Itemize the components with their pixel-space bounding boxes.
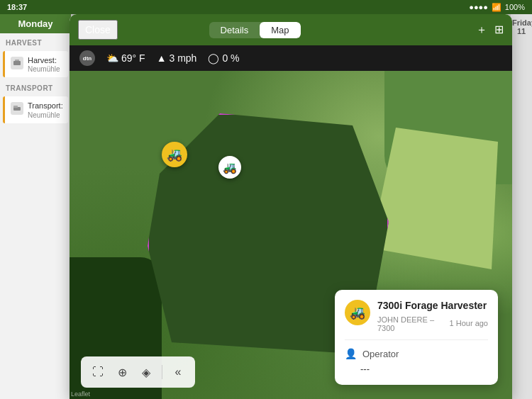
map-controls: ⛶ ⊕ ◈ «: [81, 356, 195, 388]
popup-header: 🚜 7300i Forage Harvester JOHN DEERE – 73…: [345, 300, 488, 332]
tractor-marker-white[interactable]: 🚜: [218, 156, 241, 179]
transport-item-text: Transport: Neumühle: [28, 101, 63, 118]
tab-map[interactable]: Map: [260, 22, 300, 38]
temp-value: 69° F: [121, 52, 145, 64]
weather-rain: ◯ 0 %: [208, 52, 239, 64]
popup-tractor-icon: 🚜: [345, 300, 370, 325]
popup-time-ago: 1 Hour ago: [450, 319, 488, 327]
modal-header: Close Details Map ＋ ⊞: [70, 14, 512, 45]
transport-subtitle: Neumühle: [28, 111, 63, 119]
sidebar-item-transport[interactable]: Transport: Neumühle: [3, 96, 68, 123]
tab-details[interactable]: Details: [209, 22, 260, 38]
signal-icon: ●●●●: [469, 3, 488, 11]
location-button[interactable]: ◈: [135, 361, 157, 383]
map-attribution: Leaflet: [71, 390, 90, 398]
popup-card: 🚜 7300i Forage Harvester JOHN DEERE – 73…: [335, 290, 498, 385]
harvest-title: Harvest:: [28, 55, 60, 65]
grid-icon[interactable]: ⊞: [494, 23, 504, 38]
harvest-icon: [11, 57, 23, 69]
status-time: 18:37: [7, 3, 27, 11]
svg-rect-3: [13, 106, 18, 108]
operator-value: ---: [360, 364, 370, 374]
tractor-marker-yellow[interactable]: 🚜: [162, 142, 187, 167]
wind-arrow-icon: ▲: [157, 52, 167, 64]
wifi-icon: 📶: [492, 3, 501, 12]
weather-temp: ⛅ 69° F: [106, 52, 145, 64]
svg-rect-1: [15, 60, 19, 61]
transport-icon: [11, 102, 23, 115]
transport-title: Transport:: [28, 101, 63, 111]
status-bar: 18:37 ●●●● 📶 100%: [0, 0, 532, 14]
controls-divider: [162, 365, 162, 379]
crosshair-button[interactable]: ⊕: [111, 361, 133, 383]
weather-wind: ▲ 3 mph: [157, 52, 197, 64]
expand-button[interactable]: ⛶: [87, 361, 109, 383]
harvest-item-text: Harvest: Neumühle: [28, 55, 60, 73]
modal: Close Details Map ＋ ⊞ dtn ⛅ 69° F ▲ 3 mp…: [70, 14, 512, 399]
friday-label: Friday11: [511, 14, 532, 40]
popup-brand: JOHN DEERE – 7300: [377, 315, 445, 332]
harvest-subtitle: Neumühle: [28, 65, 60, 73]
wind-value: 3 mph: [169, 52, 196, 64]
weather-icon: ⛅: [106, 52, 118, 64]
plus-icon[interactable]: ＋: [476, 23, 487, 38]
tab-group: Details Map: [209, 22, 301, 38]
rain-icon: ◯: [208, 52, 219, 64]
popup-value-row: ---: [345, 361, 488, 376]
status-right: ●●●● 📶 100%: [469, 3, 525, 12]
popup-title-group: 7300i Forage Harvester JOHN DEERE – 7300…: [377, 300, 488, 332]
svg-rect-0: [13, 61, 21, 65]
rain-value: 0 %: [222, 52, 239, 64]
weather-bar: dtn ⛅ 69° F ▲ 3 mph ◯ 0 %: [70, 45, 512, 71]
popup-operator-row: 👤 Operator: [345, 346, 488, 361]
transport-section-label: TRANSPORT: [0, 79, 71, 95]
sidebar-day-header: Monday: [0, 14, 71, 33]
dtn-badge: dtn: [79, 50, 95, 66]
right-column: Friday11: [511, 14, 532, 399]
rewind-button[interactable]: «: [167, 361, 189, 383]
person-icon: 👤: [345, 348, 357, 359]
dtn-badge-container: dtn: [79, 50, 95, 66]
harvest-section-label: HARVEST: [0, 33, 71, 50]
battery-icon: 100%: [505, 3, 525, 11]
popup-divider: [345, 339, 488, 340]
sidebar-item-harvest[interactable]: Harvest: Neumühle: [3, 51, 68, 77]
operator-label: Operator: [362, 349, 399, 359]
popup-machine-name: 7300i Forage Harvester: [377, 300, 488, 312]
close-button[interactable]: Close: [78, 20, 118, 40]
sidebar: Monday HARVEST Harvest: Neumühle TRANSPO…: [0, 14, 71, 399]
map-area[interactable]: 🚜 🚜 ⛶ ⊕ ◈ « Leaflet 🚜 7300i Forage Harve…: [70, 71, 512, 399]
header-actions: ＋ ⊞: [476, 23, 504, 38]
